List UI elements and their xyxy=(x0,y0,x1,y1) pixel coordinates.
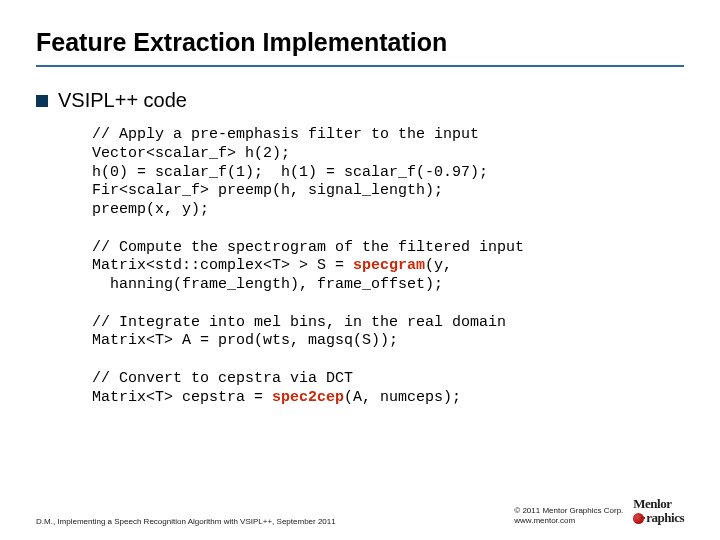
bullet-label: VSIPL++ code xyxy=(58,89,187,112)
code-line: (A, numceps); xyxy=(344,389,461,406)
slide-title: Feature Extraction Implementation xyxy=(36,28,684,61)
code-block: // Apply a pre-emphasis filter to the in… xyxy=(92,126,684,407)
code-line: Matrix<T> cepstra = xyxy=(92,389,272,406)
code-line: Matrix<T> A = prod(wts, magsq(S)); xyxy=(92,332,398,349)
code-line: // Integrate into mel bins, in the real … xyxy=(92,314,506,331)
code-line: // Compute the spectrogram of the filter… xyxy=(92,239,524,256)
footer-legal: © 2011 Mentor Graphics Corp. www.mentor.… xyxy=(514,506,623,526)
footer-copyright: © 2011 Mentor Graphics Corp. xyxy=(514,506,623,516)
square-bullet-icon xyxy=(36,95,48,107)
code-line: Vector<scalar_f> h(2); xyxy=(92,145,290,162)
code-line: preemp(x, y); xyxy=(92,201,209,218)
logo-line-2: raphics xyxy=(633,510,684,526)
code-line: Fir<scalar_f> preemp(h, signal_length); xyxy=(92,182,443,199)
code-line: // Convert to cepstra via DCT xyxy=(92,370,353,387)
footer-citation: D.M., Implementing a Speech Recognition … xyxy=(36,517,514,526)
code-line: hanning(frame_length), frame_offset); xyxy=(92,276,443,293)
footer-url: www.mentor.com xyxy=(514,516,623,526)
code-line: (y, xyxy=(425,257,452,274)
logo-line-2-text: raphics xyxy=(646,510,684,526)
bullet-item: VSIPL++ code xyxy=(36,89,684,112)
mentor-graphics-logo-icon: Menlor raphics xyxy=(633,496,684,526)
title-rule xyxy=(36,65,684,67)
logo-globe-icon xyxy=(633,513,644,524)
slide: Feature Extraction Implementation VSIPL+… xyxy=(0,0,720,540)
code-line: Matrix<std::complex<T> > S = xyxy=(92,257,353,274)
code-line: // Apply a pre-emphasis filter to the in… xyxy=(92,126,479,143)
code-line: h(0) = scalar_f(1); h(1) = scalar_f(-0.9… xyxy=(92,164,488,181)
code-highlight: specgram xyxy=(353,257,425,274)
code-highlight: spec2cep xyxy=(272,389,344,406)
slide-footer: D.M., Implementing a Speech Recognition … xyxy=(36,496,684,526)
